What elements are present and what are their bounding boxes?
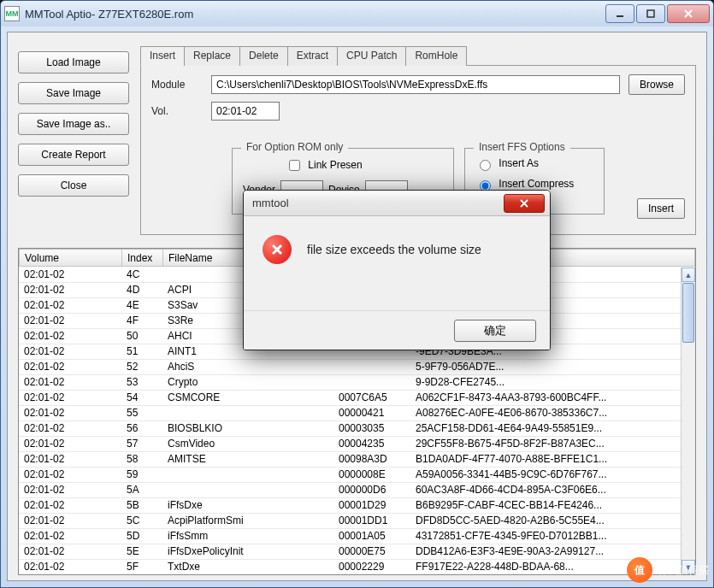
cell-guid: FF917E22-A228-448D-BDAA-68... (410, 559, 695, 573)
table-row[interactable]: 02:01-0257CsmVideo0000423529CF55F8-B675-… (19, 436, 695, 451)
cell-size: 00003035 (333, 420, 410, 436)
col-index[interactable]: Index (122, 250, 163, 267)
cell-vol: 02:01-02 (19, 420, 121, 436)
cell-size: 00004235 (333, 436, 410, 451)
cell-vol: 02:01-02 (19, 559, 121, 573)
create-report-button[interactable]: Create Report (18, 144, 129, 166)
col-volume[interactable]: Volume (20, 250, 122, 267)
scroll-up-icon[interactable]: ▲ (682, 268, 695, 282)
insert-compress-label: Insert Compress (499, 178, 574, 190)
dialog-ok-button[interactable]: 确定 (454, 320, 536, 342)
insert-as-radio[interactable] (480, 160, 491, 171)
tab-insert[interactable]: Insert (140, 46, 185, 66)
cell-guid: B6B9295F-CABF-4CEC-BB14-FE4246... (410, 497, 695, 513)
svg-line-3 (685, 10, 692, 17)
table-row[interactable]: 02:01-025DiFfsSmm00001A0543172851-CF7E-4… (19, 528, 695, 544)
insert-button[interactable]: Insert (637, 198, 685, 219)
link-present-label: Link Presen (308, 159, 362, 171)
table-row[interactable]: 02:01-0256BIOSBLKIO0000303525ACF158-DD61… (19, 420, 695, 436)
cell-size: 00098A3D (333, 451, 410, 467)
table-row[interactable]: 02:01-02590000008EA59A0056-3341-44B5-9C9… (19, 467, 695, 482)
dialog-close-button[interactable] (504, 194, 545, 213)
table-row[interactable]: 02:01-0258AMITSE00098A3DB1DA0ADF-4F77-40… (19, 451, 695, 467)
cell-vol: 02:01-02 (19, 297, 121, 313)
cell-name: iFfsDxe (162, 497, 333, 513)
cell-name: BIOSBLKIO (162, 420, 333, 436)
scroll-down-icon[interactable]: ▼ (682, 560, 695, 574)
cell-size: 0007C6A5 (333, 390, 410, 405)
close-window-button[interactable]: Close (18, 174, 129, 197)
dialog-message: file size exceeds the volume size (307, 243, 481, 256)
cell-vol: 02:01-02 (19, 405, 121, 420)
app-icon: MM (4, 6, 20, 21)
cell-name (162, 405, 333, 420)
browse-button[interactable]: Browse (628, 74, 685, 95)
cell-idx: 55 (121, 405, 162, 420)
cell-guid: 60AC3A8F-4D66-4CD4-895A-C3F06E6... (410, 482, 695, 497)
cell-idx: 5B (121, 497, 162, 513)
table-row[interactable]: 02:01-025FTxtDxe00002229FF917E22-A228-44… (19, 559, 695, 573)
error-dialog: mmtool file size exceeds the volume size… (243, 190, 551, 350)
cell-guid: 29CF55F8-B675-4F5D-8F2F-B87A3EC... (410, 436, 695, 451)
module-label: Module (151, 79, 211, 91)
cell-vol: 02:01-02 (19, 344, 121, 359)
cell-name: AcpiPlatformSmi (162, 513, 333, 528)
link-present-checkbox[interactable] (289, 160, 300, 171)
vol-label: Vol. (151, 105, 211, 117)
cell-vol: 02:01-02 (19, 436, 121, 451)
cell-idx: 4F (121, 313, 162, 328)
error-icon (263, 235, 292, 264)
cell-size: 00000E75 (333, 544, 410, 559)
cell-vol: 02:01-02 (19, 544, 121, 559)
close-button[interactable] (667, 4, 710, 23)
load-image-button[interactable]: Load Image (18, 51, 129, 74)
table-row[interactable]: 02:01-0254CSMCORE0007C6A5A062CF1F-8473-4… (19, 390, 695, 405)
tab-extract[interactable]: Extract (287, 46, 338, 66)
cell-vol: 02:01-02 (19, 467, 121, 482)
scroll-thumb[interactable] (682, 283, 694, 343)
table-row[interactable]: 02:01-025A000000D660AC3A8F-4D66-4CD4-895… (19, 482, 695, 497)
save-image-button[interactable]: Save Image (18, 82, 129, 104)
tab-strip: Insert Replace Delete Extract CPU Patch … (140, 45, 696, 66)
table-row[interactable]: 02:01-0252AhciS5-9F79-056AD7E... (19, 359, 695, 374)
module-path-input[interactable] (211, 75, 620, 94)
cell-size: 00000421 (333, 405, 410, 420)
cell-vol: 02:01-02 (19, 390, 121, 405)
cell-vol: 02:01-02 (19, 282, 121, 297)
cell-vol: 02:01-02 (19, 513, 121, 528)
tab-romhole[interactable]: RomHole (405, 46, 467, 66)
table-scrollbar[interactable]: ▲ ▼ (681, 268, 695, 574)
maximize-button[interactable] (636, 4, 665, 23)
table-row[interactable]: 02:01-0253Crypto9-9D28-CFE2745... (19, 374, 695, 390)
cell-guid: A59A0056-3341-44B5-9C9C-6D76F767... (410, 467, 695, 482)
tab-cpupatch[interactable]: CPU Patch (337, 46, 406, 66)
vol-input[interactable] (211, 102, 280, 121)
cell-size (333, 374, 410, 390)
table-row[interactable]: 02:01-025BiFfsDxe00001D29B6B9295F-CABF-4… (19, 497, 695, 513)
cell-size: 00001D29 (333, 497, 410, 513)
cell-vol: 02:01-02 (19, 497, 121, 513)
cell-name: CSMCORE (162, 390, 333, 405)
titlebar: MM MMTool Aptio- Z77EXT6280E.rom (1, 1, 713, 26)
table-row[interactable]: 02:01-025EiFfsDxePolicyInit00000E75DDB41… (19, 544, 695, 559)
table-row[interactable]: 02:01-025500000421A08276EC-A0FE-4E06-867… (19, 405, 695, 420)
cell-guid: A062CF1F-8473-4AA3-8793-600BC4FF... (410, 390, 695, 405)
svg-line-2 (685, 10, 692, 17)
tab-replace[interactable]: Replace (184, 46, 240, 66)
cell-guid: 5-9F79-056AD7E... (410, 359, 695, 374)
minimize-button[interactable] (605, 4, 634, 23)
save-image-as-button[interactable]: Save Image as.. (18, 113, 129, 135)
cell-guid: DDB412A6-E3F3-4E9E-90A3-2A99127... (410, 544, 695, 559)
cell-idx: 51 (121, 344, 162, 359)
cell-idx: 50 (121, 328, 162, 344)
table-row[interactable]: 02:01-025CAcpiPlatformSmi00001DD1DFD8D5C… (19, 513, 695, 528)
cell-size (333, 359, 410, 374)
cell-idx: 58 (121, 451, 162, 467)
cell-name: AMITSE (162, 451, 333, 467)
tab-delete[interactable]: Delete (239, 46, 288, 66)
cell-idx: 53 (121, 374, 162, 390)
cell-vol: 02:01-02 (19, 313, 121, 328)
cell-idx: 57 (121, 436, 162, 451)
window-title: MMTool Aptio- Z77EXT6280E.rom (25, 8, 605, 21)
cell-name (162, 467, 333, 482)
